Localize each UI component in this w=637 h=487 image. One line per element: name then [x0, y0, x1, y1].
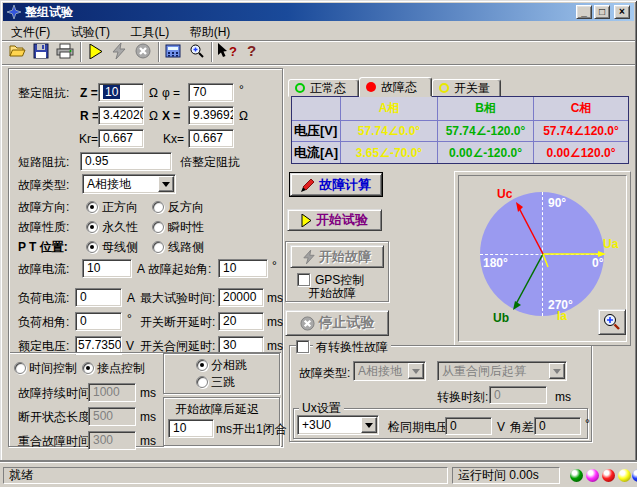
transition-fault-checkbox[interactable]: [296, 340, 309, 353]
phi-input[interactable]: 70: [188, 83, 234, 102]
open-delay-unit: ms: [267, 315, 283, 329]
kx-input[interactable]: 0.667: [188, 129, 234, 148]
led-yellow: [618, 469, 631, 482]
radio-time-control-label[interactable]: 时间控制: [29, 361, 77, 375]
fault-calc-label: 故障计算: [319, 176, 371, 194]
transition-fault-title[interactable]: 有转换性故障: [313, 341, 391, 354]
fault-angle-input[interactable]: 10: [218, 259, 268, 278]
start-test-button[interactable]: 开始试验: [287, 209, 382, 231]
load-angle-label: 负荷相角:: [18, 315, 69, 329]
play-icon: [301, 214, 312, 227]
angle-diff-input[interactable]: 0: [534, 417, 581, 435]
close-button[interactable]: ×: [614, 5, 630, 19]
radio-reverse-label[interactable]: 反方向: [168, 200, 204, 214]
phasor-zoom-button[interactable]: [598, 309, 626, 335]
radio-phase-trip-label[interactable]: 分相跳: [211, 358, 247, 372]
trans-fault-type-combo: A相接地: [353, 361, 426, 381]
open-delay-input[interactable]: 20: [218, 312, 264, 331]
start-fault-button: 开始故障: [290, 245, 384, 268]
tab-fault-state[interactable]: 故障态: [359, 77, 432, 97]
ux-settings-title: Ux设置: [299, 402, 344, 415]
trans-count-from-value: 从重合闸后起算: [442, 364, 526, 378]
lightning-icon: [303, 250, 315, 264]
fault-duration-input: 1000: [88, 383, 136, 402]
col-header-b: B相: [438, 97, 533, 120]
gps-label-line1[interactable]: GPS控制: [315, 273, 364, 287]
title-bar[interactable]: 整组试验 _ □ ×: [3, 3, 634, 21]
sync-voltage-input[interactable]: 0: [445, 417, 492, 435]
r-input[interactable]: 3.42020: [98, 106, 144, 125]
radio-reverse[interactable]: [152, 201, 164, 213]
maximize-button[interactable]: □: [594, 5, 610, 19]
radio-phase-trip[interactable]: [196, 359, 208, 371]
calculator-icon[interactable]: [164, 42, 182, 60]
fault-angle-unit: °: [272, 259, 277, 273]
tab-normal-label: 正常态: [310, 80, 346, 97]
chevron-down-icon[interactable]: [361, 417, 377, 433]
radio-transient-label[interactable]: 瞬时性: [168, 220, 204, 234]
open-file-icon[interactable]: [8, 42, 26, 60]
ux-combo[interactable]: +3U0: [297, 415, 379, 435]
context-help-icon[interactable]: ?: [217, 42, 239, 60]
save-icon[interactable]: [32, 42, 50, 60]
fault-angle-label: 故障起始角:: [148, 262, 211, 276]
radio-permanent-label[interactable]: 永久性: [102, 220, 138, 234]
tab-switch-state[interactable]: 开关量: [432, 79, 501, 97]
radio-forward[interactable]: [86, 201, 98, 213]
fault-type-combo[interactable]: A相接地: [82, 174, 176, 194]
delay-input[interactable]: 10: [168, 419, 214, 438]
radio-bus-side[interactable]: [86, 241, 98, 253]
rated-voltage-unit: V: [126, 339, 134, 353]
stop-test-icon[interactable]: [134, 42, 152, 60]
short-impedance-input[interactable]: 0.95: [80, 152, 172, 171]
fault-duration-unit: ms: [140, 386, 156, 400]
delay-suffix: ms开出1闭合: [216, 422, 287, 436]
radio-time-control[interactable]: [14, 362, 26, 374]
trans-fault-type-value: A相接地: [358, 364, 402, 378]
radio-forward-label[interactable]: 正方向: [102, 200, 138, 214]
status-runtime-panel: 运行时间 0.00s: [452, 467, 560, 484]
max-time-input[interactable]: 20000: [218, 288, 264, 307]
tab-switch-label: 开关量: [454, 80, 490, 97]
zoom-icon[interactable]: [188, 42, 206, 60]
radio-three-trip-label[interactable]: 三跳: [211, 375, 235, 389]
table-corner-cell: [292, 97, 340, 120]
fault-nature-label: 故障性质:: [18, 220, 69, 234]
print-icon[interactable]: [56, 42, 74, 60]
start-test-label: 开始试验: [316, 211, 368, 229]
radio-transient[interactable]: [152, 221, 164, 233]
start-test-icon[interactable]: [87, 42, 105, 60]
led-green: [570, 469, 583, 482]
fault-dir-label: 故障方向:: [18, 200, 69, 214]
sync-voltage-unit: V: [497, 420, 505, 434]
phasor-canvas: 90° 180° 270° 0° Uc Ua Ub Ia: [458, 175, 627, 342]
gps-checkbox[interactable]: [297, 273, 310, 286]
open-state-label: 断开状态长度:: [18, 410, 93, 424]
fault-calc-button[interactable]: 故障计算: [290, 173, 382, 196]
radio-three-trip[interactable]: [196, 376, 208, 388]
app-icon: [7, 5, 21, 19]
fault-current-input[interactable]: 10: [82, 259, 132, 278]
short-impedance-label: 短路阻抗:: [18, 155, 69, 169]
radio-contact-control[interactable]: [82, 362, 94, 374]
voltage-c: 57.74∠120.0°: [534, 121, 628, 141]
radio-bus-side-label[interactable]: 母线侧: [102, 240, 138, 254]
help-icon[interactable]: ?: [243, 42, 261, 60]
radio-line-side-label[interactable]: 线路侧: [168, 240, 204, 254]
tab-normal-state[interactable]: 正常态: [288, 79, 359, 97]
chevron-down-icon[interactable]: [158, 176, 174, 192]
pen-icon: [301, 178, 315, 192]
radio-line-side[interactable]: [152, 241, 164, 253]
menu-bar: 文件(F) 试验(T) 工具(L) 帮助(H): [3, 22, 634, 40]
radio-permanent[interactable]: [86, 221, 98, 233]
radio-contact-control-label[interactable]: 接点控制: [97, 361, 145, 375]
trans-time-unit: ms: [555, 390, 571, 404]
trans-time-label: 转换时刻:: [437, 390, 488, 404]
start-fault-icon[interactable]: [110, 42, 128, 60]
x-input[interactable]: 9.39692: [188, 106, 234, 125]
kr-input[interactable]: 0.667: [98, 129, 144, 148]
minimize-button[interactable]: _: [576, 5, 592, 19]
load-current-input[interactable]: 0: [75, 288, 122, 307]
z-input[interactable]: 10: [98, 83, 144, 102]
load-angle-input[interactable]: 0: [75, 312, 122, 331]
